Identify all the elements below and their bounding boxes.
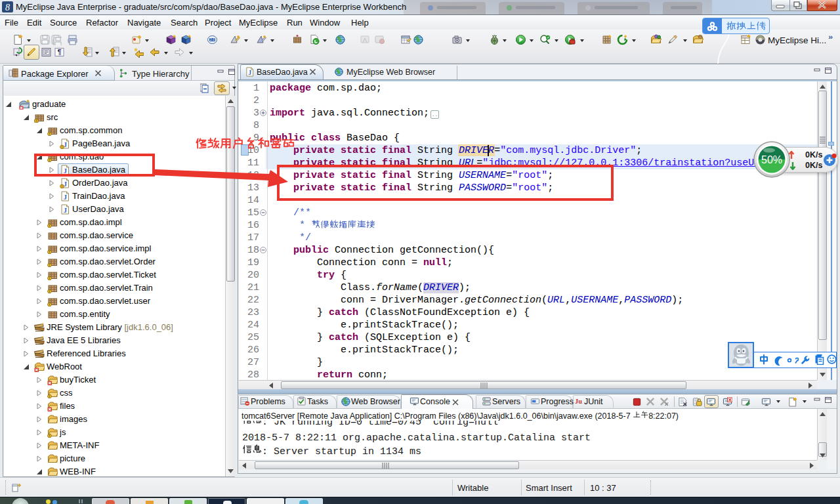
svg-text:Ju: Ju <box>575 398 582 405</box>
svg-text:8: 8 <box>5 3 10 12</box>
svg-text:2.0: 2.0 <box>210 37 215 41</box>
svg-text:¶: ¶ <box>57 48 61 56</box>
svg-text:J: J <box>248 69 251 76</box>
svg-text:J: J <box>64 207 67 214</box>
svg-text:50%: 50% <box>761 154 782 165</box>
svg-text:J: J <box>64 194 67 201</box>
